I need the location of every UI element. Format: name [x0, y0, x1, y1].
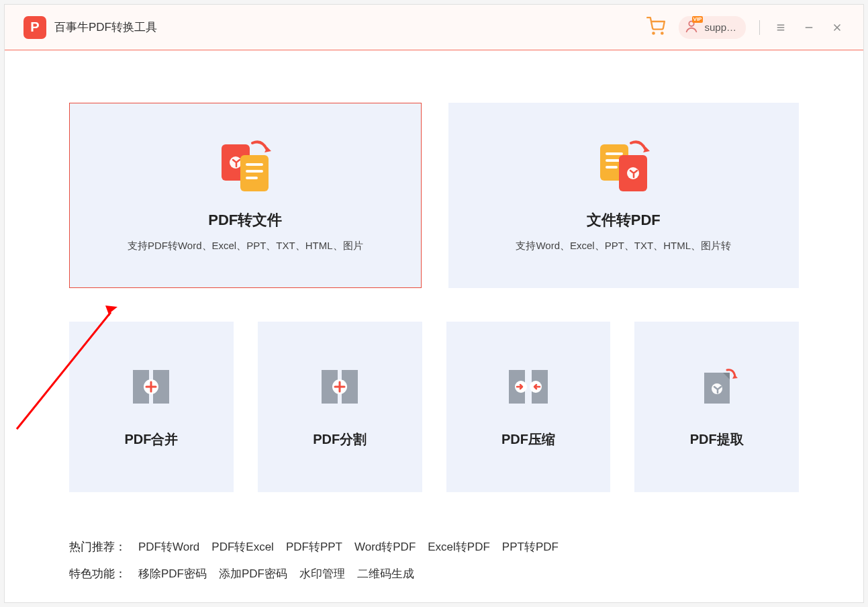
big-card-row: PDF转文件 支持PDF转Word、Excel、PPT、TXT、HTML、图片	[69, 103, 799, 288]
footer-links: 热门推荐： PDF转Word PDF转Excel PDF转PPT Word转PD…	[69, 534, 799, 588]
separator	[759, 20, 760, 35]
svg-rect-19	[606, 166, 618, 169]
pdf-split-card[interactable]: PDF分割	[258, 322, 422, 492]
pdf-extract-card[interactable]: PDF提取	[634, 322, 799, 492]
content-area: PDF转文件 支持PDF转Word、Excel、PPT、TXT、HTML、图片	[5, 50, 863, 588]
card-title: PDF分割	[313, 430, 367, 449]
vip-badge: VIP	[692, 16, 704, 23]
hot-row: 热门推荐： PDF转Word PDF转Excel PDF转PPT Word转PD…	[69, 534, 799, 561]
cart-icon[interactable]	[646, 17, 665, 38]
user-name: supp…	[704, 21, 736, 33]
pdf-to-file-icon	[218, 139, 273, 194]
app-title: 百事牛PDF转换工具	[54, 19, 157, 35]
feat-link[interactable]: 添加PDF密码	[219, 561, 287, 588]
card-title: PDF合并	[124, 430, 178, 449]
hot-link[interactable]: PPT转PDF	[502, 534, 559, 561]
pdf-merge-card[interactable]: PDF合并	[69, 322, 234, 492]
file-to-pdf-icon	[596, 139, 651, 194]
svg-rect-12	[246, 163, 263, 166]
compress-icon	[508, 366, 549, 410]
card-title: PDF转文件	[208, 210, 282, 230]
feat-link[interactable]: 移除PDF密码	[138, 561, 207, 588]
pdf-compress-card[interactable]: PDF压缩	[446, 322, 611, 492]
feat-row: 特色功能： 移除PDF密码 添加PDF密码 水印管理 二维码生成	[69, 561, 799, 588]
card-title: PDF压缩	[501, 430, 555, 449]
app-window: P 百事牛PDF转换工具 VIP supp…	[4, 4, 864, 603]
svg-point-1	[662, 32, 663, 34]
titlebar: P 百事牛PDF转换工具 VIP supp…	[5, 5, 863, 50]
svg-rect-13	[246, 170, 263, 173]
hot-link[interactable]: PDF转Word	[138, 534, 199, 561]
svg-point-0	[653, 32, 655, 34]
hot-link[interactable]: PDF转Excel	[211, 534, 274, 561]
hot-link[interactable]: Word转PDF	[354, 534, 416, 561]
user-chip[interactable]: VIP supp…	[679, 16, 746, 39]
small-card-row: PDF合并 PDF分割	[69, 322, 799, 492]
merge-icon	[130, 366, 172, 410]
minimize-icon[interactable]	[802, 20, 816, 35]
hot-link[interactable]: PDF转PPT	[286, 534, 342, 561]
card-subtitle: 支持Word、Excel、PPT、TXT、HTML、图片转	[516, 240, 731, 252]
titlebar-right: VIP supp…	[646, 16, 845, 39]
titlebar-left: P 百事牛PDF转换工具	[23, 16, 157, 39]
menu-icon[interactable]	[773, 20, 788, 35]
feat-link[interactable]: 水印管理	[299, 561, 345, 588]
svg-rect-14	[246, 177, 258, 179]
hot-link[interactable]: Excel转PDF	[428, 534, 490, 561]
split-icon	[319, 366, 360, 410]
close-icon[interactable]	[830, 20, 845, 35]
hot-label: 热门推荐：	[69, 534, 126, 561]
card-title: PDF提取	[690, 430, 744, 449]
card-subtitle: 支持PDF转Word、Excel、PPT、TXT、HTML、图片	[128, 240, 363, 252]
extract-icon	[696, 366, 738, 410]
user-avatar-icon: VIP	[684, 19, 699, 36]
feat-link[interactable]: 二维码生成	[357, 561, 414, 588]
svg-rect-11	[240, 155, 269, 191]
svg-rect-17	[606, 152, 623, 155]
pdf-to-file-card[interactable]: PDF转文件 支持PDF转Word、Excel、PPT、TXT、HTML、图片	[69, 103, 422, 288]
app-logo-icon: P	[23, 16, 46, 39]
card-title: 文件转PDF	[587, 210, 661, 230]
feat-label: 特色功能：	[69, 561, 126, 588]
file-to-pdf-card[interactable]: 文件转PDF 支持Word、Excel、PPT、TXT、HTML、图片转	[448, 103, 800, 288]
